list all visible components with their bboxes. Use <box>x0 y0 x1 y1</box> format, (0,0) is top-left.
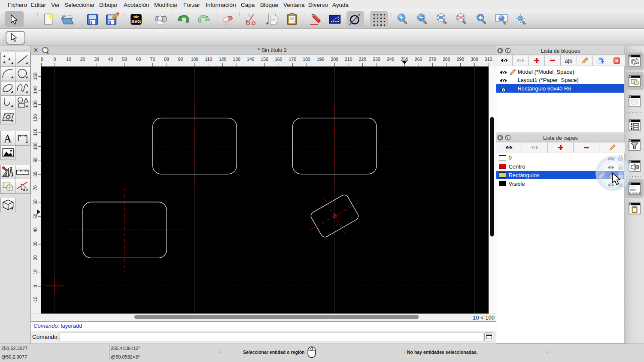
svg-text:A: A <box>3 132 12 145</box>
svg-text:SVG: SVG <box>131 19 141 24</box>
